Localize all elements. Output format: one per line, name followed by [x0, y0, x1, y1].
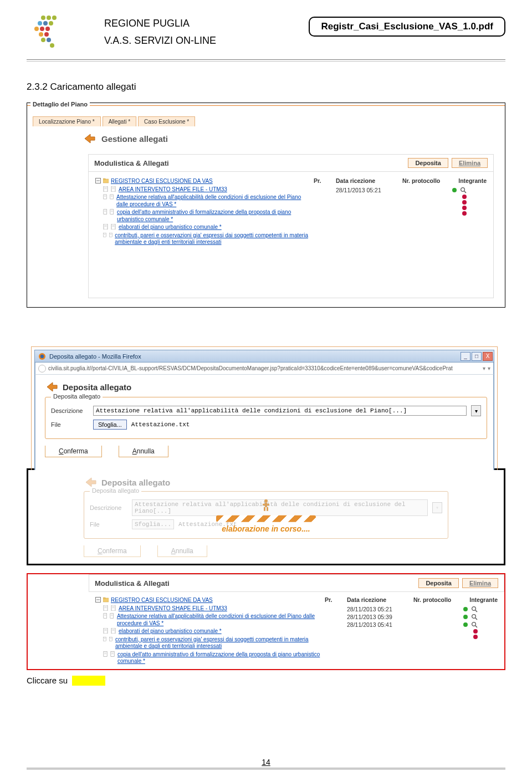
magnify-icon[interactable] [471, 621, 478, 628]
document-icon [110, 613, 114, 619]
descrizione-input[interactable] [93, 406, 467, 416]
svg-rect-63 [103, 598, 105, 599]
descrizione-label: Descrizione [51, 407, 89, 414]
svg-rect-17 [103, 178, 105, 180]
document-icon [111, 224, 116, 229]
sfoglia-button[interactable]: Sfoglia... [93, 420, 127, 430]
document-icon [109, 636, 113, 642]
puglia-logo-icon [27, 13, 71, 52]
click-text: Cliccare su [27, 676, 68, 685]
tree-list: REGISTRO CASI ESCLUSIONE DA VASAREA INTE… [95, 177, 314, 247]
table-row: 28/11/2013 05:39 [325, 613, 498, 621]
svg-point-12 [47, 38, 51, 42]
tree-item[interactable]: contributi, pareri e osservazioni gia' e… [95, 232, 314, 247]
table-row [314, 205, 487, 211]
svg-point-11 [41, 38, 45, 42]
tab-caso-esclusione[interactable]: Caso Esclusione * [138, 116, 195, 126]
magnify-icon[interactable] [471, 606, 478, 612]
section-title: 2.3.2 Caricamento allegati [27, 81, 505, 93]
col-prot: Nr. protocollo [413, 596, 463, 603]
back-deposita-allegato[interactable]: Deposita allegato [45, 380, 487, 394]
progress-stripe [216, 515, 316, 522]
tree-item[interactable]: elaborati del piano urbanistico comunale… [95, 627, 325, 636]
tree-item[interactable]: Attestazione relativa all'applicabilità … [95, 612, 325, 627]
svg-point-7 [40, 27, 44, 31]
document-icon [103, 224, 109, 229]
status-dot [462, 200, 467, 205]
maximize-button[interactable]: □ [472, 352, 482, 361]
menu-icon[interactable]: ▾ [488, 365, 490, 371]
url-input[interactable] [48, 365, 480, 371]
close-button[interactable]: X [483, 352, 493, 361]
tree-item[interactable]: REGISTRO CASI ESCLUSIONE DA VAS [95, 596, 325, 605]
col-integr: Integrante [452, 177, 487, 184]
fieldset-title: Dettaglio del Piano [30, 101, 90, 108]
service-title: V.A.S. SERVIZI ON-LINE [104, 35, 505, 47]
date-cell: 28/11/2013 05:21 [347, 606, 413, 612]
tab-localizzazione[interactable]: Localizzazione Piano * [33, 116, 101, 126]
status-dot [463, 615, 468, 619]
tree-item[interactable]: elaborati del piano urbanistico comunale… [95, 223, 314, 232]
svg-point-0 [41, 16, 45, 20]
elimina-button[interactable]: Elimina [462, 578, 498, 588]
minimize-button[interactable]: _ [461, 352, 470, 361]
deposita-button[interactable]: Deposita [418, 578, 458, 588]
col-pr: Pr. [314, 177, 336, 184]
magnify-icon[interactable] [471, 614, 478, 620]
tree-list: REGISTRO CASI ESCLUSIONE DA VASAREA INTE… [95, 596, 325, 666]
svg-rect-27 [110, 195, 114, 199]
tab-allegati[interactable]: Allegati * [103, 116, 136, 126]
document-icon [103, 605, 109, 611]
tree-item[interactable]: AREA INTERVENTO SHAPE FILE - UTM33 [95, 186, 314, 194]
tree-item[interactable]: REGISTRO CASI ESCLUSIONE DA VAS [95, 177, 314, 186]
document-icon [111, 186, 116, 192]
deposita-button[interactable]: Deposita [408, 158, 448, 168]
document-icon [110, 194, 114, 200]
tree-item[interactable]: copia dell'atto amministrativo di formal… [95, 208, 314, 223]
data-table: Pr. Data ricezione Nr. protocollo Integr… [314, 177, 487, 247]
elimina-button[interactable]: Elimina [452, 158, 488, 168]
back-label: Gestione allegati [101, 134, 168, 144]
document-icon [103, 636, 107, 642]
back-label: Deposita allegato [101, 478, 170, 487]
file-label: File [51, 421, 89, 428]
firefox-window: Deposita allegato - Mozilla Firefox _ □ … [34, 350, 494, 477]
svg-point-98 [472, 622, 476, 626]
logo [27, 10, 99, 54]
minus-box-icon [95, 178, 101, 183]
folder-icon [103, 597, 109, 602]
dropdown-arrow-icon[interactable]: ▾ [471, 405, 481, 416]
svg-point-6 [34, 27, 39, 31]
magnify-icon[interactable] [460, 187, 467, 193]
svg-rect-73 [110, 614, 114, 618]
back-gestione-allegati[interactable]: Gestione allegati [83, 132, 168, 145]
status-dot [463, 622, 468, 627]
svg-point-1 [47, 16, 51, 20]
tree-item[interactable]: AREA INTERVENTO SHAPE FILE - UTM33 [95, 605, 325, 613]
date-cell: 28/11/2013 05:41 [347, 621, 413, 628]
svg-rect-42 [104, 233, 106, 237]
dropdown-icon[interactable]: ▾ [483, 365, 485, 371]
table-row [314, 211, 487, 216]
annulla-button[interactable]: Annulla [119, 446, 168, 457]
arrow-left-icon [83, 132, 96, 145]
svg-rect-24 [104, 195, 107, 199]
table-row: 28/11/2013 05:41 [325, 621, 498, 629]
document-icon [109, 232, 113, 238]
status-dot [463, 607, 468, 611]
doc-header: REGIONE PUGLIA V.A.S. SERVIZI ON-LINE Re… [27, 10, 505, 54]
conferma-button[interactable]: Conferma [45, 446, 102, 457]
svg-point-96 [472, 615, 476, 619]
document-icon [103, 613, 108, 619]
document-icon [103, 186, 109, 192]
filename-badge: Registr_Casi_Esclusione_VAS_1.0.pdf [309, 17, 505, 37]
tree-item[interactable]: contributi, pareri e osservazioni gia' e… [95, 636, 325, 651]
svg-rect-91 [111, 651, 114, 656]
data-table: Pr. Data ricezione Nr. protocollo Integr… [325, 596, 498, 666]
tree-item[interactable]: copia dell'atto amministrativo di formal… [95, 651, 325, 666]
svg-rect-64 [104, 605, 108, 611]
document-icon [110, 651, 115, 657]
tree-item[interactable]: Attestazione relativa all'applicabilità … [95, 193, 314, 208]
status-dot [452, 188, 457, 192]
status-dot [473, 629, 478, 634]
